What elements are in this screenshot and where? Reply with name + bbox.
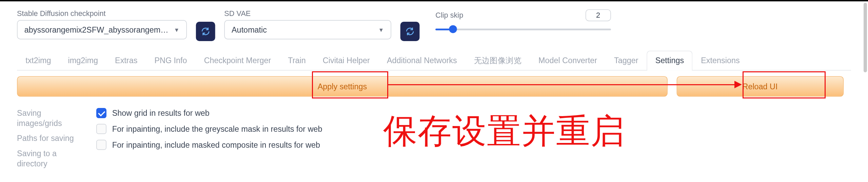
tab-png-info[interactable]: PNG Info [146, 51, 195, 70]
apply-settings-button[interactable]: Apply settings [17, 76, 668, 96]
tab-civitai-helper[interactable]: Civitai Helper [314, 51, 378, 70]
checkbox[interactable] [96, 140, 106, 150]
vae-field: SD VAE Automatic ▼ [224, 9, 391, 39]
checkbox-label: Show grid in results for web [112, 109, 210, 118]
slider-track [435, 29, 611, 30]
checkbox-label: For inpainting, include the greyscale ma… [112, 124, 322, 133]
checkbox-row[interactable]: For inpainting, include masked composite… [96, 140, 322, 150]
vae-label: SD VAE [224, 9, 391, 18]
clip-skip-slider[interactable] [435, 24, 611, 34]
settings-content: Saving images/gridsPaths for savingSavin… [17, 106, 851, 168]
chevron-down-icon: ▼ [378, 26, 384, 33]
settings-sidebar: Saving images/gridsPaths for savingSavin… [17, 106, 85, 168]
vertical-scrollbar[interactable] [862, 1, 868, 182]
tab-extras[interactable]: Extras [106, 51, 146, 70]
refresh-vae-button[interactable] [400, 22, 420, 41]
vae-value: Automatic [232, 25, 267, 34]
reload-ui-button[interactable]: Reload UI [677, 76, 844, 96]
checkbox-label: For inpainting, include masked composite… [112, 140, 320, 149]
tab-additional-networks[interactable]: Additional Networks [378, 51, 466, 70]
chevron-down-icon: ▼ [174, 26, 180, 33]
clip-skip-field: Clip skip 2 [435, 9, 611, 34]
tabs-bar: txt2imgimg2imgExtrasPNG InfoCheckpoint M… [17, 50, 851, 71]
clip-skip-label: Clip skip [435, 11, 463, 19]
scrollbar-thumb[interactable] [864, 3, 867, 72]
checkbox-row[interactable]: Show grid in results for web [96, 108, 322, 118]
checkbox[interactable] [96, 124, 106, 134]
checkbox[interactable] [96, 108, 106, 118]
sidebar-item[interactable]: Paths for saving [17, 133, 85, 143]
vae-select[interactable]: Automatic ▼ [224, 20, 391, 39]
checkpoint-select[interactable]: abyssorangemix2SFW_abyssorangemix2Sfw.sa… [17, 20, 187, 39]
tab-extensions[interactable]: Extensions [692, 51, 748, 70]
settings-checkboxes: Show grid in results for webFor inpainti… [96, 106, 322, 168]
tab-txt2img[interactable]: txt2img [17, 51, 59, 70]
tab-img2img[interactable]: img2img [60, 51, 106, 70]
sidebar-item[interactable]: Saving images/grids [17, 108, 85, 129]
sidebar-item[interactable]: Saving to a directory [17, 148, 85, 169]
slider-thumb[interactable] [449, 25, 457, 33]
tab-checkpoint-merger[interactable]: Checkpoint Merger [196, 51, 280, 70]
checkpoint-value: abyssorangemix2SFW_abyssorangemix2Sfw.sa… [24, 25, 170, 34]
settings-button-row: Apply settings Reload UI [17, 76, 851, 96]
refresh-checkpoint-button[interactable] [196, 22, 215, 41]
tab-tagger[interactable]: Tagger [606, 51, 647, 70]
refresh-icon [200, 26, 211, 36]
checkpoint-label: Stable Diffusion checkpoint [17, 9, 187, 18]
tab-model-converter[interactable]: Model Converter [530, 51, 606, 70]
checkpoint-field: Stable Diffusion checkpoint abyssorangem… [17, 9, 187, 39]
tab-无边图像浏览[interactable]: 无边图像浏览 [466, 51, 530, 70]
refresh-icon [405, 26, 415, 36]
clip-skip-value[interactable]: 2 [585, 9, 611, 21]
tab-train[interactable]: Train [279, 51, 314, 70]
checkbox-row[interactable]: For inpainting, include the greyscale ma… [96, 124, 322, 134]
top-controls-row: Stable Diffusion checkpoint abyssorangem… [17, 9, 851, 41]
tab-settings[interactable]: Settings [647, 51, 693, 70]
